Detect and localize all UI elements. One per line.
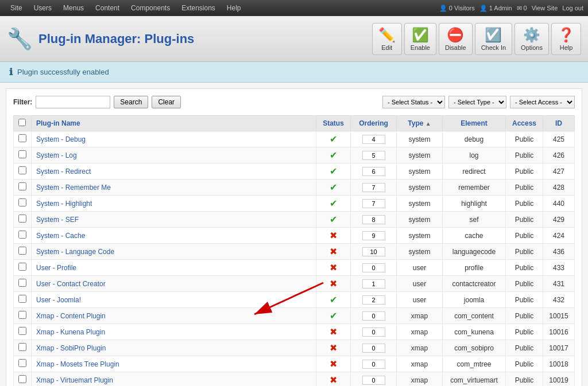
- status-enabled-icon[interactable]: ✔: [330, 215, 337, 224]
- row-checkbox[interactable]: [18, 359, 26, 367]
- ordering-input[interactable]: [362, 344, 385, 353]
- disable-button[interactable]: ⛔ Disable: [439, 23, 473, 55]
- nav-menus[interactable]: Menus: [57, 0, 90, 16]
- row-checkbox[interactable]: [18, 198, 26, 206]
- status-enabled-icon[interactable]: ✔: [330, 150, 337, 160]
- status-enabled-icon[interactable]: ✔: [330, 182, 337, 192]
- row-checkbox[interactable]: [18, 311, 26, 319]
- row-checkbox-cell: [14, 308, 32, 324]
- row-checkbox[interactable]: [18, 231, 26, 239]
- plugin-name-link[interactable]: System - Highlight: [36, 200, 92, 208]
- ordering-input[interactable]: [362, 247, 385, 256]
- row-element: cache: [443, 228, 506, 244]
- row-id: 436: [543, 244, 575, 260]
- col-type[interactable]: Type ▲: [397, 116, 443, 131]
- plugin-name-link[interactable]: User - Profile: [36, 264, 76, 272]
- ordering-input[interactable]: [362, 279, 385, 288]
- ordering-input[interactable]: [362, 327, 385, 337]
- status-disabled-icon[interactable]: ✖: [330, 359, 337, 369]
- status-enabled-icon[interactable]: ✔: [330, 198, 337, 208]
- row-checkbox[interactable]: [18, 295, 26, 303]
- status-enabled-icon[interactable]: ✔: [330, 166, 337, 176]
- nav-components[interactable]: Components: [125, 0, 176, 16]
- select-all-checkbox[interactable]: [18, 119, 26, 126]
- edit-icon: ✏️: [378, 27, 396, 43]
- plugin-name-link[interactable]: System - SEF: [36, 216, 79, 224]
- filter-input[interactable]: [36, 96, 110, 108]
- nav-site[interactable]: Site: [5, 0, 28, 16]
- clear-button[interactable]: Clear: [152, 96, 181, 108]
- status-filter[interactable]: - Select Status -: [382, 96, 445, 108]
- status-disabled-icon[interactable]: ✖: [330, 231, 337, 240]
- ordering-input[interactable]: [362, 360, 385, 369]
- options-button[interactable]: ⚙️ Options: [514, 23, 549, 55]
- enable-button[interactable]: ✅ Enable: [404, 23, 436, 55]
- plugin-name-link[interactable]: System - Language Code: [36, 248, 114, 256]
- status-disabled-icon[interactable]: ✖: [330, 343, 337, 353]
- type-filter[interactable]: - Select Type -: [448, 96, 506, 108]
- plugin-name-link[interactable]: User - Contact Creator: [36, 280, 106, 288]
- row-checkbox[interactable]: [18, 134, 26, 142]
- ordering-input[interactable]: [362, 263, 385, 272]
- row-checkbox[interactable]: [18, 263, 26, 271]
- page-title: Plug-in Manager: Plug-ins: [38, 32, 194, 46]
- status-disabled-icon[interactable]: ✖: [330, 327, 337, 337]
- ordering-input[interactable]: [362, 231, 385, 240]
- ordering-input[interactable]: [362, 199, 385, 208]
- status-disabled-icon[interactable]: ✖: [330, 279, 337, 288]
- edit-button[interactable]: ✏️ Edit: [372, 23, 402, 55]
- ordering-input[interactable]: [362, 167, 385, 176]
- row-checkbox[interactable]: [18, 166, 26, 174]
- row-element: languagecode: [443, 244, 506, 260]
- row-checkbox[interactable]: [18, 182, 26, 190]
- row-checkbox[interactable]: [18, 150, 26, 158]
- status-disabled-icon[interactable]: ✖: [330, 247, 337, 256]
- logout-button[interactable]: Log out: [562, 5, 583, 11]
- status-enabled-icon[interactable]: ✔: [330, 134, 337, 144]
- row-checkbox[interactable]: [18, 247, 26, 255]
- ordering-input[interactable]: [362, 295, 385, 305]
- view-site-link[interactable]: View Site: [532, 5, 558, 11]
- nav-extensions[interactable]: Extensions: [176, 0, 221, 16]
- row-checkbox-cell: [14, 292, 32, 308]
- row-checkbox[interactable]: [18, 343, 26, 351]
- status-enabled-icon[interactable]: ✔: [330, 295, 337, 305]
- row-ordering: [351, 196, 397, 212]
- row-plugin-name: Xmap - Mosets Tree Plugin: [32, 356, 316, 372]
- ordering-input[interactable]: [362, 311, 385, 321]
- status-enabled-icon[interactable]: ✔: [330, 311, 337, 321]
- row-access: Public: [506, 180, 543, 196]
- plugin-name-link[interactable]: Xmap - SobiPro Plugin: [36, 344, 106, 352]
- col-checkbox: [14, 116, 32, 131]
- plugin-name-link[interactable]: System - Log: [36, 151, 77, 159]
- row-checkbox[interactable]: [18, 215, 26, 223]
- plugin-name-link[interactable]: System - Redirect: [36, 167, 91, 176]
- ordering-input[interactable]: [362, 376, 385, 385]
- checkin-button[interactable]: ☑️ Check In: [475, 23, 512, 55]
- help-button[interactable]: ❓ Help: [551, 23, 581, 55]
- ordering-input[interactable]: [362, 183, 385, 192]
- status-disabled-icon[interactable]: ✖: [330, 375, 337, 385]
- plugin-name-link[interactable]: System - Cache: [36, 232, 85, 240]
- logo-icon: 🔧: [7, 27, 33, 51]
- access-filter[interactable]: - Select Access -: [510, 96, 575, 108]
- plugin-name-link[interactable]: Xmap - Kunena Plugin: [36, 328, 105, 336]
- plugin-name-link[interactable]: Xmap - Virtuemart Plugin: [36, 376, 113, 384]
- plugin-name-link[interactable]: User - Joomla!: [36, 296, 81, 304]
- plugin-name-link[interactable]: Xmap - Content Plugin: [36, 312, 106, 320]
- nav-users[interactable]: Users: [28, 0, 57, 16]
- plugin-name-link[interactable]: System - Remember Me: [36, 184, 111, 192]
- plugin-name-link[interactable]: Xmap - Mosets Tree Plugin: [36, 360, 119, 368]
- search-button[interactable]: Search: [114, 96, 148, 108]
- plugin-name-link[interactable]: System - Debug: [36, 135, 86, 143]
- nav-help[interactable]: Help: [221, 0, 247, 16]
- ordering-input[interactable]: [362, 135, 385, 144]
- col-plugin-name[interactable]: Plug-in Name: [32, 116, 316, 131]
- ordering-input[interactable]: [362, 151, 385, 160]
- row-checkbox[interactable]: [18, 375, 26, 383]
- status-disabled-icon[interactable]: ✖: [330, 263, 337, 272]
- nav-content[interactable]: Content: [90, 0, 125, 16]
- row-checkbox[interactable]: [18, 327, 26, 335]
- ordering-input[interactable]: [362, 215, 385, 224]
- row-checkbox[interactable]: [18, 279, 26, 287]
